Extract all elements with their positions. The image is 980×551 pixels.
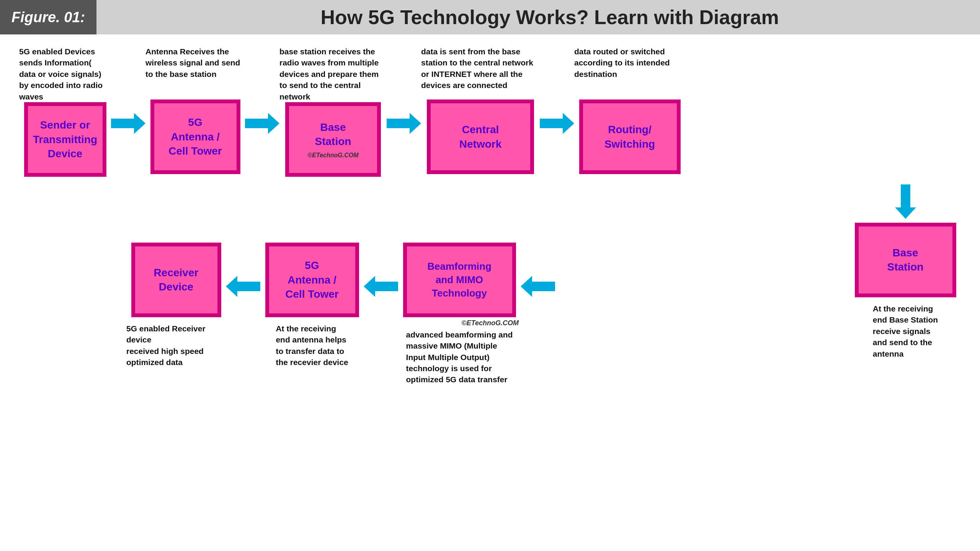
box-beamforming: Beamformingand MIMOTechnology	[403, 243, 516, 317]
copyright-base1: ©ETechnoG.COM	[308, 152, 359, 159]
arrow-right-3	[387, 113, 421, 134]
arrow-left-3	[521, 276, 555, 297]
figure-label: Figure. 01:	[0, 0, 96, 34]
svg-marker-2	[387, 113, 421, 134]
arrow-left-1	[226, 276, 260, 297]
desc-sender: 5G enabled Devices sends Information( da…	[19, 46, 111, 102]
label-routing: Routing/Switching	[604, 122, 655, 152]
svg-marker-4	[895, 184, 916, 219]
label-beamforming: Beamformingand MIMOTechnology	[427, 260, 492, 300]
col-beamforming: Beamformingand MIMOTechnology ©ETechnoG.…	[398, 204, 521, 385]
arrow-right-1	[111, 113, 145, 134]
svg-marker-1	[245, 113, 279, 134]
svg-marker-3	[540, 113, 574, 134]
box-base1: BaseStation ©ETechnoG.COM	[285, 102, 381, 177]
svg-marker-7	[521, 276, 555, 297]
svg-marker-0	[111, 113, 145, 134]
box-antenna2: 5GAntenna /Cell Tower	[265, 243, 359, 317]
box-base2: BaseStation	[855, 223, 956, 297]
arrow-down-container	[895, 184, 916, 219]
copyright-beamforming: ©ETechnoG.COM	[398, 319, 521, 327]
arrow-left-2	[364, 276, 398, 297]
desc-base1: base station receives the radio waves fr…	[279, 46, 387, 102]
label-base2: BaseStation	[887, 246, 924, 275]
col-sender: 5G enabled Devices sends Information( da…	[19, 46, 111, 177]
desc-beamforming: advanced beamforming andmassive MIMO (Mu…	[406, 329, 513, 385]
page-title: How 5G Technology Works? Learn with Diag…	[96, 6, 980, 29]
box-routing: Routing/Switching	[579, 99, 681, 174]
col-receiver: ReceiverDevice 5G enabled Receiver devic…	[126, 204, 226, 368]
label-central: CentralNetwork	[459, 122, 501, 152]
desc-antenna1: Antenna Receives the wireless signal and…	[145, 46, 245, 99]
desc-central: data is sent from the base station to th…	[421, 46, 540, 99]
box-sender: Sender orTransmittingDevice	[24, 102, 106, 177]
header: Figure. 01: How 5G Technology Works? Lea…	[0, 0, 980, 34]
label-base1: BaseStation	[315, 120, 351, 149]
svg-marker-6	[364, 276, 398, 297]
svg-marker-5	[226, 276, 260, 297]
col-routing: data routed or switched according to its…	[574, 46, 685, 174]
col-antenna1: Antenna Receives the wireless signal and…	[145, 46, 245, 174]
col-central: data is sent from the base station to th…	[421, 46, 540, 174]
arrow-right-4	[540, 113, 574, 134]
desc-receiver: 5G enabled Receiver devicereceived high …	[126, 323, 226, 368]
desc-routing: data routed or switched according to its…	[574, 46, 685, 99]
col-antenna2: 5GAntenna /Cell Tower At the receivingen…	[260, 204, 364, 368]
arrow-right-2	[245, 113, 279, 134]
page-wrapper: Figure. 01: How 5G Technology Works? Lea…	[0, 0, 980, 551]
box-receiver: ReceiverDevice	[131, 243, 221, 317]
desc-antenna2: At the receivingend antenna helpsto tran…	[276, 323, 348, 368]
desc-base2: At the receivingend Base Stationreceive …	[873, 303, 938, 359]
routing-down-col: BaseStation At the receivingend Base Sta…	[850, 184, 961, 359]
top-flow-row: 5G enabled Devices sends Information( da…	[19, 46, 961, 177]
label-antenna1: 5GAntenna /Cell Tower	[168, 115, 222, 158]
bottom-flow-row: ReceiverDevice 5G enabled Receiver devic…	[19, 204, 961, 385]
col-base1: base station receives the radio waves fr…	[279, 46, 387, 177]
label-antenna2: 5GAntenna /Cell Tower	[285, 258, 339, 302]
label-sender: Sender orTransmittingDevice	[33, 118, 97, 161]
box-central: CentralNetwork	[427, 99, 534, 174]
box-antenna1: 5GAntenna /Cell Tower	[150, 99, 240, 174]
label-receiver: ReceiverDevice	[154, 266, 199, 295]
